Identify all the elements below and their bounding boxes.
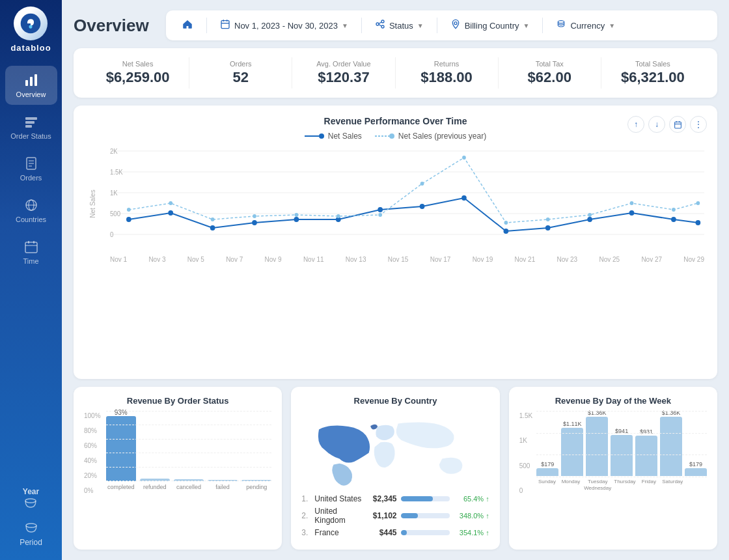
billing-country-label: Billing Country — [465, 21, 519, 31]
stat-returns: Returns $188.00 — [396, 57, 499, 89]
chart-calendar-btn[interactable] — [669, 116, 686, 133]
status-chevron-icon: ▼ — [417, 22, 424, 29]
svg-point-67 — [211, 217, 215, 221]
globe-icon — [23, 197, 39, 213]
day-bar-monday: $1.11K — [561, 421, 583, 476]
sidebar-year-label: Year — [23, 487, 39, 496]
country-us-val: $2,345 — [368, 494, 397, 503]
chart-upload-btn[interactable]: ↑ — [627, 116, 644, 133]
billing-chevron-icon: ▼ — [523, 22, 530, 29]
svg-point-71 — [378, 213, 382, 217]
svg-rect-4 — [34, 74, 37, 86]
sidebar-item-overview[interactable]: Overview — [5, 66, 57, 105]
currency-chevron-icon: ▼ — [609, 22, 615, 29]
home-icon — [182, 18, 193, 33]
currency-icon — [556, 19, 566, 32]
sidebar-item-time[interactable]: Time — [5, 232, 57, 272]
country-uk-val: $1,102 — [368, 511, 397, 520]
stat-net-sales-label: Net Sales — [122, 60, 154, 68]
svg-point-54 — [294, 217, 299, 222]
legend-net-sales-label: Net Sales — [328, 132, 362, 141]
svg-point-30 — [454, 22, 457, 25]
sidebar-item-order-status[interactable]: Order Status — [5, 107, 57, 147]
day-bar-sunday: $179 — [536, 461, 558, 476]
filter-divider-4 — [542, 18, 543, 33]
order-status-title: Revenue By Order Status — [84, 396, 271, 406]
sidebar-bottom: Year Period — [20, 486, 42, 560]
status-icon — [375, 19, 385, 32]
date-chevron-icon: ▼ — [342, 22, 348, 29]
currency-filter-label: Currency — [570, 21, 605, 31]
stat-avg-order-label: Avg. Order Value — [316, 60, 370, 68]
svg-point-64 — [696, 220, 701, 225]
svg-point-1 — [29, 25, 33, 29]
sidebar-item-countries[interactable]: Countries — [5, 191, 57, 230]
bar-completed: 93% — [106, 409, 136, 481]
sidebar-item-overview-label: Overview — [16, 91, 46, 98]
stat-net-sales: Net Sales $6,259.00 — [87, 57, 189, 89]
date-filter-label: Nov 1, 2023 - Nov 30, 2023 — [234, 21, 338, 31]
calendar-icon — [23, 239, 39, 255]
bar-chart-icon — [23, 72, 39, 88]
stat-total-tax-value: $62.00 — [528, 69, 571, 86]
home-filter[interactable] — [176, 16, 199, 35]
calendar-filter-icon — [220, 19, 230, 32]
svg-point-57 — [420, 204, 425, 209]
chart-download-btn[interactable]: ↓ — [648, 116, 665, 133]
chart-more-btn[interactable]: ⋮ — [690, 116, 707, 133]
svg-point-73 — [462, 156, 466, 160]
bar-failed — [208, 480, 238, 481]
svg-point-72 — [420, 182, 424, 186]
status-filter[interactable]: Status ▼ — [370, 16, 429, 35]
bottom-row: Revenue By Order Status 100% 80% 60% 40%… — [74, 387, 717, 550]
billing-country-filter[interactable]: Billing Country ▼ — [445, 16, 535, 35]
sidebar-item-orders[interactable]: Orders — [5, 149, 57, 188]
sidebar-year-item[interactable]: Year — [23, 486, 39, 512]
country-fr-val: $445 — [368, 528, 397, 537]
day-bars-container: $179 $1.11K $1.36K $941 — [536, 411, 707, 476]
svg-point-26 — [376, 23, 379, 25]
world-map-svg — [301, 411, 489, 489]
day-chart-title: Revenue By Day of the Week — [519, 396, 707, 406]
svg-point-25 — [381, 20, 384, 23]
bar-pending — [241, 480, 271, 481]
stat-net-sales-value: $6,259.00 — [106, 69, 170, 86]
sidebar: databloo Overview Order Status Orders — [0, 0, 62, 560]
tag-icon — [23, 114, 39, 130]
svg-point-20 — [26, 524, 36, 527]
stat-orders-value: 52 — [233, 69, 249, 86]
svg-point-77 — [630, 201, 634, 205]
header: Overview Nov 1, 2023 - Nov 30, 2023 ▼ — [74, 10, 717, 40]
currency-filter[interactable]: Currency ▼ — [551, 16, 620, 35]
country-us-change: 65.4% ↑ — [454, 495, 489, 503]
svg-point-70 — [337, 214, 340, 218]
legend-prev-year-label: Net Sales (previous year) — [398, 132, 486, 141]
svg-point-31 — [558, 21, 564, 23]
sidebar-period-label: Period — [20, 538, 42, 547]
sidebar-item-countries-label: Countries — [16, 216, 46, 223]
country-row-us: 1. United States $2,345 65.4% ↑ — [301, 494, 489, 503]
chart-actions: ↑ ↓ ⋮ — [627, 116, 707, 133]
stat-orders-label: Orders — [230, 60, 252, 68]
svg-point-33 — [319, 133, 324, 139]
svg-rect-7 — [25, 125, 32, 128]
filter-divider-3 — [437, 18, 437, 33]
legend-net-sales: Net Sales — [305, 132, 362, 141]
day-bar-friday: $931 — [635, 428, 657, 476]
chart-legend: Net Sales Net Sales (previous year) — [87, 132, 704, 141]
svg-rect-36 — [674, 122, 681, 128]
country-row-fr: 3. France $445 354.1% ↑ — [301, 528, 489, 537]
logo-text: databloo — [10, 43, 51, 53]
date-filter[interactable]: Nov 1, 2023 - Nov 30, 2023 ▼ — [215, 16, 353, 35]
svg-rect-6 — [25, 121, 34, 124]
stat-orders: Orders 52 — [189, 57, 292, 89]
svg-rect-2 — [25, 80, 28, 86]
svg-point-78 — [672, 208, 676, 212]
sidebar-period-item[interactable]: Period — [20, 521, 42, 547]
cylinder-period-icon — [23, 521, 39, 537]
svg-line-29 — [379, 25, 381, 26]
svg-rect-5 — [25, 117, 37, 120]
svg-line-28 — [379, 22, 381, 23]
country-chart-title: Revenue By Country — [301, 396, 489, 406]
filter-divider-1 — [206, 18, 207, 33]
